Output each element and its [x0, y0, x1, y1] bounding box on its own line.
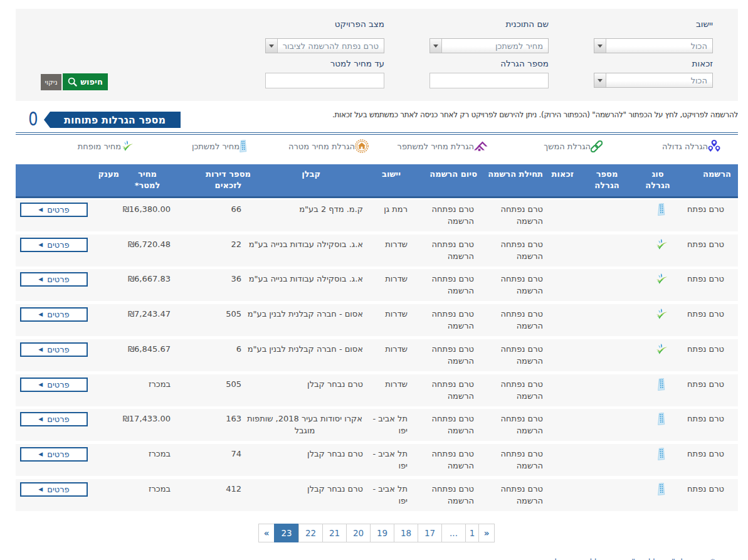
- lotteries-page: { "filters": { "fields": [ { "id": "city…: [0, 0, 748, 560]
- header-contractor: קבלן: [283, 169, 320, 180]
- pagination-page-23[interactable]: 23: [274, 524, 299, 542]
- registration-instruction-text: להרשמה לפרויקט, לחץ על הכפתור "להרשמה" (…: [332, 110, 738, 119]
- main-content: יישוב הכול זכאות הכול שם התוכנית מחיר למ…: [16, 0, 738, 560]
- cell-lottery-type-icon: [654, 483, 669, 495]
- details-button-label: פרטים: [47, 240, 69, 250]
- pagination-page-1[interactable]: 1: [465, 524, 479, 542]
- details-button[interactable]: פרטים ◀: [20, 203, 88, 217]
- cell-registration-start: טרם נפתחה הרשמה: [485, 343, 543, 367]
- city-filter-label: יישוב: [696, 19, 713, 29]
- cell-city: רמת גן: [364, 203, 408, 215]
- cell-contractor: טרם נבחר קבלן: [307, 378, 363, 390]
- program-filter-value: מחיר למשתכן: [430, 41, 548, 51]
- max-price-filter-label: עד מחיר למטר: [330, 58, 384, 68]
- cell-units: 412: [226, 483, 241, 495]
- pagination-page-21[interactable]: 21: [322, 524, 347, 542]
- details-button-label: פרטים: [47, 345, 69, 354]
- details-button[interactable]: פרטים ◀: [20, 447, 88, 462]
- clear-button[interactable]: ניקוי: [41, 74, 61, 90]
- chevron-down-icon: [433, 45, 438, 48]
- status-select-button[interactable]: [266, 39, 278, 53]
- eligibility-filter-label: זכאות: [692, 58, 713, 68]
- cell-registration-start: טרם נפתחה הרשמה: [485, 273, 543, 297]
- lottery-number-input[interactable]: [429, 73, 549, 88]
- details-button-label: פרטים: [47, 275, 69, 284]
- blue-building-icon: [658, 413, 665, 425]
- filter-column-1: יישוב הכול זכאות הכול: [594, 9, 713, 101]
- legend-icon-slot: [591, 140, 603, 152]
- cell-city: שדרות: [364, 343, 408, 355]
- pagination-page-...[interactable]: ...: [441, 524, 466, 542]
- cell-registration-status: טרם נפתח: [687, 378, 724, 390]
- section-divider: [16, 132, 738, 135]
- green-sprout-icon: [655, 308, 668, 320]
- header-lottery-number: מספר הגרלה: [591, 169, 623, 191]
- cell-lottery-type-icon: [654, 343, 669, 356]
- max-price-input[interactable]: [265, 73, 384, 88]
- cell-contractor: טרם נבחר קבלן: [307, 448, 363, 460]
- pagination-page-20[interactable]: 20: [346, 524, 371, 542]
- pagination-page-19[interactable]: 19: [370, 524, 394, 542]
- cell-city: שדרות: [364, 308, 408, 320]
- cell-lottery-type-icon: [654, 378, 669, 391]
- cell-contractor: אקרו יסודות בעיר 2018, שותפות מוגבל: [246, 413, 363, 436]
- cell-lottery-type-icon: [654, 308, 669, 320]
- program-select-button[interactable]: [430, 39, 442, 53]
- cell-units: 74: [231, 448, 241, 460]
- cell-registration-end: טרם נפתחה הרשמה: [416, 343, 474, 367]
- status-filter-label: מצב הפרויקט: [335, 19, 384, 29]
- chevron-down-icon: [598, 79, 603, 82]
- search-icon: [68, 77, 77, 87]
- table-header: הרשמה סוג הגרלה מספר הגרלה זכאות תחילת ה…: [16, 164, 738, 198]
- details-button[interactable]: פרטים ◀: [20, 412, 88, 426]
- green-sprout-icon: [655, 238, 668, 251]
- details-button[interactable]: פרטים ◀: [20, 342, 88, 357]
- cell-registration-end: טרם נפתחה הרשמה: [416, 238, 474, 262]
- program-filter-label: שם התוכנית: [505, 19, 549, 29]
- legend-item-label: הגרלת המשך: [544, 142, 591, 151]
- legend-icon-slot: [355, 139, 369, 153]
- status-filter-select[interactable]: טרם נפתח להרשמה לציבור: [265, 38, 384, 53]
- blue-building-icon: [658, 203, 665, 216]
- eligibility-select-button[interactable]: [594, 73, 606, 87]
- program-filter-select[interactable]: מחיר למשתכן: [429, 38, 549, 53]
- cell-price-per-meter: ₪16,380.00: [123, 203, 171, 215]
- cell-price-per-meter: במכרז: [149, 378, 171, 390]
- pagination-prev[interactable]: «: [258, 524, 275, 542]
- blue-building-icon: [658, 483, 665, 495]
- city-filter-select[interactable]: הכול: [594, 38, 713, 53]
- pagination-next[interactable]: »: [478, 524, 495, 542]
- cell-registration-end: טרם נפתחה הרשמה: [416, 273, 474, 297]
- city-select-button[interactable]: [594, 39, 606, 53]
- pagination-page-22[interactable]: 22: [298, 524, 323, 542]
- details-button[interactable]: פרטים ◀: [20, 378, 88, 392]
- search-button[interactable]: חיפוש: [63, 73, 108, 90]
- clear-button-label: ניקוי: [45, 78, 57, 87]
- cell-price-per-meter: ₪17,433.00: [123, 413, 171, 425]
- pagination-page-18[interactable]: 18: [394, 524, 418, 542]
- legend-item-pins: הגרלה גדולה: [662, 138, 720, 154]
- cell-price-per-meter: ₪6,720.48: [128, 238, 171, 250]
- table-row: טרם נפתח טרם נפתחה הרשמה טרם נפתחה הרשמה…: [16, 339, 738, 371]
- cell-price-per-meter: במכרז: [149, 448, 171, 460]
- cell-registration-status: טרם נפתח: [687, 413, 724, 425]
- chevron-down-icon: [598, 45, 603, 48]
- header-registration-end: סיום הרשמה: [429, 169, 477, 180]
- details-button[interactable]: פרטים ◀: [20, 307, 88, 322]
- cell-price-per-meter: במכרז: [149, 483, 171, 495]
- eligibility-filter-select[interactable]: הכול: [594, 73, 713, 88]
- status-filter-value: טרם נפתח להרשמה לציבור: [266, 41, 384, 51]
- details-button[interactable]: פרטים ◀: [20, 238, 88, 252]
- cell-registration-status: טרם נפתח: [687, 273, 724, 285]
- pagination-page-17[interactable]: 17: [418, 524, 442, 542]
- open-lotteries-banner-label: מספר הגרלות פתוחות: [64, 114, 166, 126]
- cell-registration-status: טרם נפתח: [687, 343, 724, 355]
- details-button[interactable]: פרטים ◀: [20, 482, 88, 497]
- legend-item-building: מחיר למשתכן: [192, 138, 247, 154]
- header-price-per-meter: מחיר למטר*: [129, 169, 166, 191]
- table-row: טרם נפתח טרם נפתחה הרשמה טרם נפתחה הרשמה…: [16, 304, 738, 336]
- open-lotteries-count: 0: [19, 108, 48, 130]
- cell-contractor: טרם נבחר קבלן: [307, 483, 363, 495]
- details-button[interactable]: פרטים ◀: [20, 272, 88, 287]
- blue-building-icon: [240, 140, 247, 152]
